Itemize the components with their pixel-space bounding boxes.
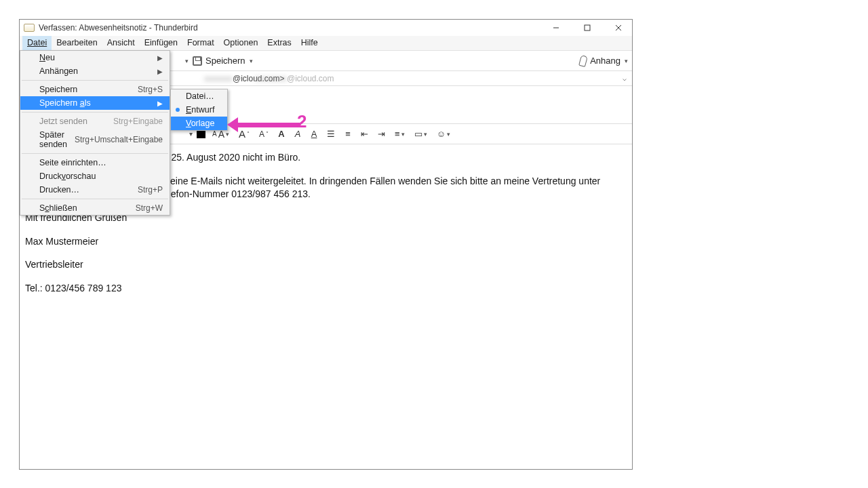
svg-rect-1	[585, 25, 590, 30]
submenu-item-entwurf[interactable]: Entwurf	[171, 103, 227, 117]
underline-button[interactable]: A	[308, 129, 320, 139]
bullet-list-button[interactable]: ☰	[324, 129, 338, 139]
submenu-item-vorlage[interactable]: Vorlage	[171, 117, 227, 130]
menu-item-schliessen[interactable]: SchließenStrg+W	[20, 201, 170, 215]
menu-item-seite-einrichten[interactable]: Seite einrichten…	[20, 156, 170, 169]
menu-optionen[interactable]: Optionen	[219, 36, 263, 50]
annotation-arrow	[227, 117, 300, 132]
indent-button[interactable]: ⇥	[375, 129, 388, 139]
attach-button[interactable]: Anhang	[580, 56, 620, 66]
menu-item-druckvorschau[interactable]: Druckvorschau	[20, 169, 170, 183]
menu-item-anhaengen[interactable]: Anhängen▶	[20, 64, 170, 78]
menu-item-drucken[interactable]: Drucken…Strg+P	[20, 183, 170, 197]
paperclip-icon	[578, 54, 588, 66]
save-as-submenu: Datei… Entwurf Vorlage	[170, 89, 228, 131]
radio-dot-icon	[176, 108, 180, 112]
menu-separator	[22, 112, 168, 113]
menu-item-neu[interactable]: Neu▶	[20, 51, 170, 64]
minimize-button[interactable]	[547, 21, 566, 35]
font-dropdown[interactable]: ▾	[189, 130, 193, 138]
chevron-down-icon[interactable]: ▾	[185, 58, 189, 64]
close-button[interactable]	[609, 21, 628, 35]
body-line: Vertriebsleiter	[25, 258, 627, 271]
insert-button[interactable]: ▭▾	[412, 129, 430, 139]
menu-separator	[22, 80, 168, 81]
body-line: Tel.: 0123/456 789 123	[25, 282, 627, 295]
menu-separator	[22, 199, 168, 199]
number-list-button[interactable]: ≡	[342, 129, 354, 139]
menu-separator	[22, 153, 168, 154]
menu-hilfe[interactable]: Hilfe	[296, 36, 323, 50]
menu-item-speichern[interactable]: SpeichernStrg+S	[20, 83, 170, 96]
menu-item-jetzt-senden: Jetzt sendenStrg+Eingabe	[20, 115, 170, 128]
window-title: Verfassen: Abwesenheitsnotiz - Thunderbi…	[39, 23, 198, 33]
app-icon	[24, 24, 35, 32]
menu-item-spaeter-senden[interactable]: Später sendenStrg+Umschalt+Eingabe	[20, 128, 170, 151]
menu-einfuegen[interactable]: Einfügen	[140, 36, 182, 50]
align-button[interactable]: ≡▾	[392, 129, 408, 139]
file-menu-dropdown: Neu▶ Anhängen▶ SpeichernStrg+S Speichern…	[20, 50, 170, 216]
save-icon	[193, 56, 202, 66]
menu-format[interactable]: Format	[182, 36, 219, 50]
menu-bearbeiten[interactable]: Bearbeiten	[52, 36, 102, 50]
menubar: Datei Bearbeiten Ansicht Einfügen Format…	[20, 36, 632, 51]
maximize-button[interactable]	[578, 21, 597, 35]
chevron-down-icon[interactable]: ⌵	[623, 75, 627, 82]
emoji-button[interactable]: ☺▾	[434, 129, 453, 139]
outdent-button[interactable]: ⇤	[358, 129, 371, 139]
menu-item-speichern-als[interactable]: Speichern als▶	[20, 96, 170, 110]
annotation-number: 2	[297, 111, 307, 132]
menu-datei[interactable]: Datei	[22, 36, 52, 50]
submenu-item-datei[interactable]: Datei…	[171, 89, 227, 103]
menu-extras[interactable]: Extras	[262, 36, 296, 50]
save-button[interactable]: Speichern	[193, 56, 245, 66]
body-line: Max Mustermeier	[25, 235, 627, 248]
chevron-down-icon[interactable]: ▾	[250, 58, 253, 64]
titlebar[interactable]: Verfassen: Abwesenheitsnotiz - Thunderbi…	[20, 20, 632, 36]
menu-ansicht[interactable]: Ansicht	[102, 36, 140, 50]
chevron-down-icon[interactable]: ▾	[625, 58, 628, 64]
